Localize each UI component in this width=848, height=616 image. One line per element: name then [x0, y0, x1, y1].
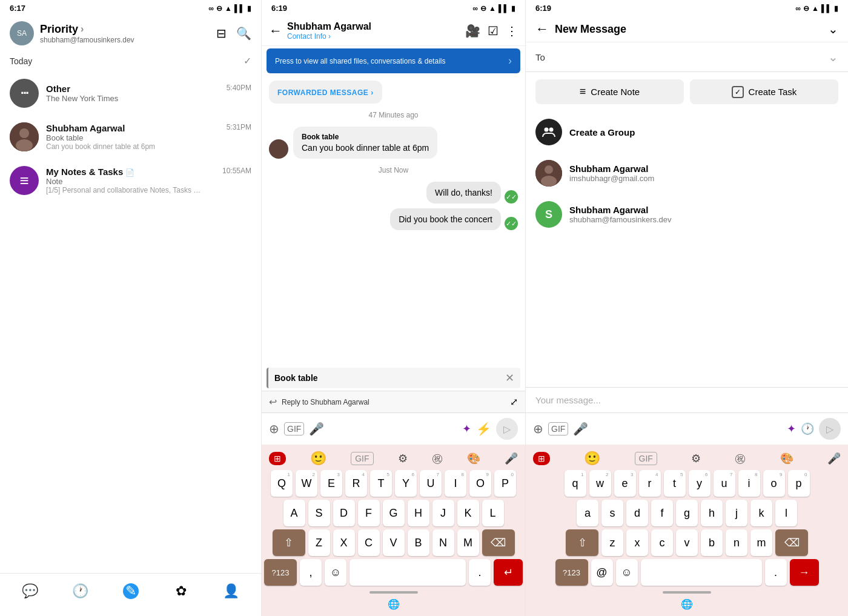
add-icon-right[interactable]: ⊕: [533, 422, 543, 436]
expand-icon[interactable]: ⤢: [510, 396, 518, 408]
key-L[interactable]: L: [482, 500, 504, 526]
sticker-icon[interactable]: ✦: [462, 422, 471, 436]
kb-settings-3[interactable]: ⚙: [691, 452, 701, 465]
schedule-icon[interactable]: 🕐: [801, 422, 814, 436]
key-b[interactable]: b: [701, 529, 723, 556]
create-note-button[interactable]: ≡ Create Note: [535, 79, 684, 104]
key-Y[interactable]: Y6: [395, 470, 417, 497]
key-send-p2[interactable]: ↵: [494, 559, 523, 586]
back-button-right[interactable]: ←: [535, 21, 549, 37]
mic-icon[interactable]: 🎤: [309, 422, 324, 436]
key-r[interactable]: r4: [639, 470, 661, 497]
kb-gif-btn-3[interactable]: GIF: [635, 452, 657, 465]
chat-item-shubham[interactable]: Shubham Agarwal 5:31PM Book table Can yo…: [0, 115, 261, 159]
key-emoji-p2[interactable]: ☺: [325, 559, 346, 586]
key-emoji-p3[interactable]: ☺: [616, 559, 638, 586]
key-W[interactable]: W2: [296, 470, 317, 497]
key-I[interactable]: I8: [445, 470, 466, 497]
key-k[interactable]: k: [750, 500, 772, 526]
key-P[interactable]: P0: [494, 470, 516, 497]
key-t[interactable]: t5: [664, 470, 686, 497]
key-V[interactable]: V: [383, 529, 405, 556]
kb-settings[interactable]: ⚙: [398, 452, 408, 465]
key-123-p2[interactable]: ?123: [264, 559, 297, 586]
key-123-p3[interactable]: ?123: [555, 559, 588, 586]
kb-palette-3[interactable]: 🎨: [780, 452, 793, 465]
contact-shubham1[interactable]: Shubham Agarwal imshubhagr@gmail.com: [526, 153, 848, 194]
create-task-button[interactable]: ✓ Create Task: [690, 79, 838, 104]
key-v[interactable]: v: [676, 529, 698, 556]
key-send-p3[interactable]: →: [790, 559, 819, 586]
dropdown-icon[interactable]: ⌄: [828, 22, 838, 36]
key-F[interactable]: F: [358, 500, 380, 526]
kb-apps-icon-3[interactable]: ⊞: [533, 452, 550, 465]
kb-apps-icon[interactable]: ⊞: [269, 452, 286, 465]
key-Q[interactable]: Q1: [271, 470, 293, 497]
kb-mic3[interactable]: 🎤: [827, 452, 841, 465]
forwarded-message[interactable]: FORWARDED MESSAGE ›: [269, 81, 382, 104]
key-D[interactable]: D: [333, 500, 355, 526]
key-d[interactable]: d: [626, 500, 648, 526]
key-M[interactable]: M: [457, 529, 479, 556]
key-backspace-3[interactable]: ⌫: [775, 529, 808, 556]
key-c[interactable]: c: [651, 529, 673, 556]
key-p[interactable]: p0: [788, 470, 810, 497]
key-G[interactable]: G: [383, 500, 405, 526]
more-options-icon[interactable]: ⋮: [506, 24, 518, 38]
user-avatar[interactable]: SA: [10, 21, 34, 45]
sticker-icon-right[interactable]: ✦: [787, 422, 796, 436]
kb-emoji-face[interactable]: 🙂: [310, 451, 326, 466]
nav-clock[interactable]: 🕐: [68, 581, 93, 601]
key-period-p2[interactable]: .: [469, 559, 491, 586]
key-E[interactable]: E3: [320, 470, 342, 497]
shared-files-banner[interactable]: Press to view all shared files, conversa…: [267, 48, 520, 73]
key-backspace[interactable]: ⌫: [482, 529, 515, 556]
key-s[interactable]: s: [601, 500, 623, 526]
key-X[interactable]: X: [333, 529, 355, 556]
key-o[interactable]: o9: [763, 470, 785, 497]
quoted-message-bar[interactable]: Book table ✕: [267, 368, 520, 388]
header-title[interactable]: Priority ›: [40, 23, 134, 36]
kb-mic2[interactable]: 🎤: [505, 452, 518, 465]
kb-palette[interactable]: 🎨: [467, 452, 480, 465]
contact-create-group[interactable]: Create a Group: [526, 111, 848, 153]
nav-apps[interactable]: ✿: [168, 581, 194, 601]
key-H[interactable]: H: [408, 500, 429, 526]
globe-icon[interactable]: 🌐: [264, 596, 523, 612]
to-dropdown-icon[interactable]: ⌄: [828, 50, 838, 64]
key-Z[interactable]: Z: [308, 529, 330, 556]
lightning-icon[interactable]: ⚡: [476, 422, 491, 436]
close-quote-icon[interactable]: ✕: [505, 371, 514, 385]
chat-item-other[interactable]: ··· Other 5:40PM The New York Times: [0, 71, 261, 115]
key-A[interactable]: A: [283, 500, 305, 526]
key-R[interactable]: R4: [345, 470, 367, 497]
send-button[interactable]: ▷: [496, 418, 518, 440]
key-T[interactable]: T5: [370, 470, 392, 497]
key-space-p2[interactable]: [349, 559, 466, 586]
contact-shubham2[interactable]: S Shubham Agarwal shubham@famousinkers.d…: [526, 194, 848, 235]
key-N[interactable]: N: [432, 529, 454, 556]
kb-emoji-face-3[interactable]: 🙂: [584, 451, 600, 466]
nav-compose[interactable]: ✎: [118, 581, 144, 601]
send-button-right[interactable]: ▷: [819, 418, 841, 440]
key-h[interactable]: h: [701, 500, 723, 526]
key-q[interactable]: q1: [565, 470, 586, 497]
key-g[interactable]: g: [676, 500, 698, 526]
kb-translate[interactable]: ㊗: [432, 451, 443, 466]
video-call-icon[interactable]: 🎥: [465, 24, 480, 38]
key-comma-p2[interactable]: ,: [300, 559, 322, 586]
key-period-p3[interactable]: .: [765, 559, 787, 586]
nav-chat[interactable]: 💬: [18, 581, 43, 601]
gif-icon[interactable]: GIF: [284, 422, 304, 436]
gif-icon-right[interactable]: GIF: [548, 422, 568, 436]
key-f[interactable]: f: [651, 500, 673, 526]
key-B[interactable]: B: [408, 529, 429, 556]
key-m[interactable]: m: [750, 529, 772, 556]
key-S[interactable]: S: [308, 500, 330, 526]
key-u[interactable]: u7: [714, 470, 735, 497]
key-z[interactable]: z: [601, 529, 623, 556]
key-J[interactable]: J: [432, 500, 454, 526]
key-w[interactable]: w2: [589, 470, 611, 497]
chat-contact-info-link[interactable]: Contact Info ›: [287, 32, 460, 41]
key-shift-3[interactable]: ⇧: [566, 529, 598, 556]
